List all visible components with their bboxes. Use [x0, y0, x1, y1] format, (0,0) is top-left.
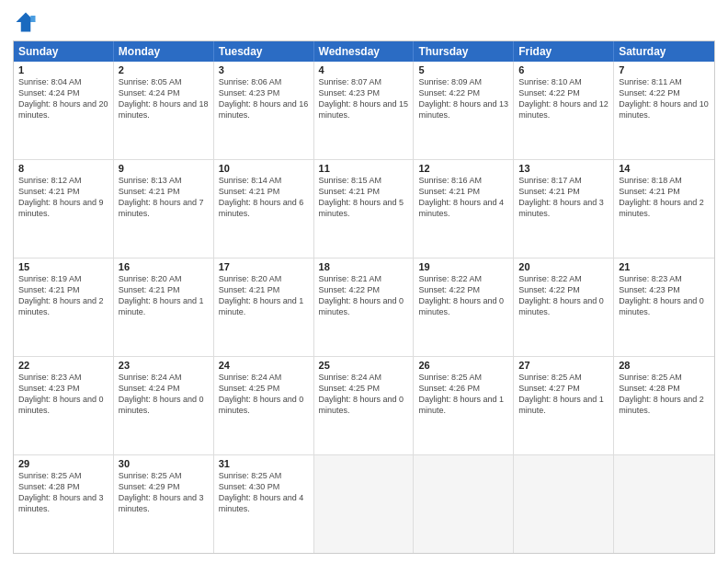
- day-number: 26: [418, 360, 508, 371]
- cell-info: Sunrise: 8:25 AMSunset: 4:26 PMDaylight:…: [418, 372, 508, 417]
- cell-info: Sunrise: 8:25 AMSunset: 4:29 PMDaylight:…: [119, 470, 209, 515]
- weekday-header-thursday: Thursday: [414, 41, 514, 62]
- cell-info: Sunrise: 8:22 AMSunset: 4:22 PMDaylight:…: [418, 273, 508, 318]
- cell-info: Sunrise: 8:09 AMSunset: 4:22 PMDaylight:…: [418, 76, 508, 121]
- day-cell-7: 7Sunrise: 8:11 AMSunset: 4:22 PMDaylight…: [614, 62, 714, 159]
- day-number: 7: [619, 64, 710, 75]
- cell-info: Sunrise: 8:20 AMSunset: 4:21 PMDaylight:…: [219, 273, 309, 318]
- day-cell-6: 6Sunrise: 8:10 AMSunset: 4:22 PMDaylight…: [514, 62, 614, 159]
- day-number: 9: [119, 163, 209, 174]
- day-number: 6: [518, 64, 609, 75]
- cell-info: Sunrise: 8:19 AMSunset: 4:21 PMDaylight:…: [18, 273, 108, 318]
- calendar-body: 1Sunrise: 8:04 AMSunset: 4:24 PMDaylight…: [14, 62, 714, 553]
- day-number: 30: [119, 458, 209, 469]
- calendar-row-4: 22Sunrise: 8:23 AMSunset: 4:23 PMDayligh…: [14, 356, 714, 454]
- cell-info: Sunrise: 8:24 AMSunset: 4:24 PMDaylight:…: [119, 372, 209, 417]
- day-number: 16: [119, 261, 209, 272]
- day-number: 13: [518, 163, 609, 174]
- calendar-row-1: 1Sunrise: 8:04 AMSunset: 4:24 PMDaylight…: [14, 62, 714, 159]
- calendar-row-2: 8Sunrise: 8:12 AMSunset: 4:21 PMDaylight…: [14, 159, 714, 258]
- calendar: SundayMondayTuesdayWednesdayThursdayFrid…: [13, 40, 715, 554]
- cell-info: Sunrise: 8:24 AMSunset: 4:25 PMDaylight:…: [219, 372, 309, 417]
- day-number: 19: [418, 261, 508, 272]
- day-number: 1: [18, 64, 108, 75]
- day-cell-11: 11Sunrise: 8:15 AMSunset: 4:21 PMDayligh…: [314, 160, 415, 258]
- day-cell-20: 20Sunrise: 8:22 AMSunset: 4:22 PMDayligh…: [514, 259, 614, 356]
- cell-info: Sunrise: 8:07 AMSunset: 4:23 PMDaylight:…: [319, 76, 409, 121]
- day-number: 23: [119, 360, 209, 371]
- empty-cell: [314, 455, 415, 553]
- day-number: 10: [219, 163, 309, 174]
- day-cell-19: 19Sunrise: 8:22 AMSunset: 4:22 PMDayligh…: [414, 259, 514, 356]
- cell-info: Sunrise: 8:25 AMSunset: 4:28 PMDaylight:…: [18, 470, 108, 515]
- day-cell-3: 3Sunrise: 8:06 AMSunset: 4:23 PMDaylight…: [214, 62, 314, 159]
- day-number: 20: [518, 261, 609, 272]
- cell-info: Sunrise: 8:05 AMSunset: 4:24 PMDaylight:…: [119, 76, 209, 121]
- calendar-row-5: 29Sunrise: 8:25 AMSunset: 4:28 PMDayligh…: [14, 454, 714, 553]
- day-cell-2: 2Sunrise: 8:05 AMSunset: 4:24 PMDaylight…: [114, 62, 214, 159]
- cell-info: Sunrise: 8:06 AMSunset: 4:23 PMDaylight:…: [219, 76, 309, 121]
- day-number: 14: [619, 163, 710, 174]
- cell-info: Sunrise: 8:24 AMSunset: 4:25 PMDaylight:…: [319, 372, 409, 417]
- day-cell-23: 23Sunrise: 8:24 AMSunset: 4:24 PMDayligh…: [114, 357, 214, 454]
- cell-info: Sunrise: 8:16 AMSunset: 4:21 PMDaylight:…: [418, 175, 508, 220]
- day-cell-13: 13Sunrise: 8:17 AMSunset: 4:21 PMDayligh…: [514, 160, 614, 258]
- day-number: 28: [619, 360, 710, 371]
- day-cell-15: 15Sunrise: 8:19 AMSunset: 4:21 PMDayligh…: [14, 259, 114, 356]
- day-cell-24: 24Sunrise: 8:24 AMSunset: 4:25 PMDayligh…: [214, 357, 314, 454]
- cell-info: Sunrise: 8:17 AMSunset: 4:21 PMDaylight:…: [518, 175, 609, 220]
- day-number: 2: [119, 64, 209, 75]
- day-number: 3: [219, 64, 309, 75]
- day-cell-25: 25Sunrise: 8:24 AMSunset: 4:25 PMDayligh…: [314, 357, 415, 454]
- day-cell-10: 10Sunrise: 8:14 AMSunset: 4:21 PMDayligh…: [214, 160, 314, 258]
- cell-info: Sunrise: 8:11 AMSunset: 4:22 PMDaylight:…: [619, 76, 710, 121]
- day-number: 29: [18, 458, 108, 469]
- day-number: 22: [18, 360, 108, 371]
- day-cell-30: 30Sunrise: 8:25 AMSunset: 4:29 PMDayligh…: [114, 455, 214, 553]
- logo: [13, 9, 42, 35]
- empty-cell: [614, 455, 714, 553]
- page: SundayMondayTuesdayWednesdayThursdayFrid…: [0, 0, 728, 563]
- day-cell-17: 17Sunrise: 8:20 AMSunset: 4:21 PMDayligh…: [214, 259, 314, 356]
- day-number: 5: [418, 64, 508, 75]
- header: [13, 9, 715, 35]
- day-number: 12: [418, 163, 508, 174]
- day-number: 18: [319, 261, 409, 272]
- calendar-header-row: SundayMondayTuesdayWednesdayThursdayFrid…: [14, 41, 714, 62]
- day-number: 17: [219, 261, 309, 272]
- day-number: 15: [18, 261, 108, 272]
- weekday-header-saturday: Saturday: [614, 41, 714, 62]
- day-cell-1: 1Sunrise: 8:04 AMSunset: 4:24 PMDaylight…: [14, 62, 114, 159]
- cell-info: Sunrise: 8:18 AMSunset: 4:21 PMDaylight:…: [619, 175, 710, 220]
- cell-info: Sunrise: 8:22 AMSunset: 4:22 PMDaylight:…: [518, 273, 609, 318]
- day-number: 31: [219, 458, 309, 469]
- cell-info: Sunrise: 8:23 AMSunset: 4:23 PMDaylight:…: [619, 273, 710, 318]
- day-number: 8: [18, 163, 108, 174]
- empty-cell: [514, 455, 614, 553]
- day-cell-8: 8Sunrise: 8:12 AMSunset: 4:21 PMDaylight…: [14, 160, 114, 258]
- day-cell-27: 27Sunrise: 8:25 AMSunset: 4:27 PMDayligh…: [514, 357, 614, 454]
- day-cell-14: 14Sunrise: 8:18 AMSunset: 4:21 PMDayligh…: [614, 160, 714, 258]
- day-cell-29: 29Sunrise: 8:25 AMSunset: 4:28 PMDayligh…: [14, 455, 114, 553]
- cell-info: Sunrise: 8:15 AMSunset: 4:21 PMDaylight:…: [319, 175, 409, 220]
- cell-info: Sunrise: 8:25 AMSunset: 4:27 PMDaylight:…: [518, 372, 609, 417]
- day-number: 24: [219, 360, 309, 371]
- day-cell-28: 28Sunrise: 8:25 AMSunset: 4:28 PMDayligh…: [614, 357, 714, 454]
- cell-info: Sunrise: 8:25 AMSunset: 4:30 PMDaylight:…: [219, 470, 309, 515]
- weekday-header-friday: Friday: [514, 41, 614, 62]
- day-cell-18: 18Sunrise: 8:21 AMSunset: 4:22 PMDayligh…: [314, 259, 415, 356]
- day-cell-21: 21Sunrise: 8:23 AMSunset: 4:23 PMDayligh…: [614, 259, 714, 356]
- cell-info: Sunrise: 8:21 AMSunset: 4:22 PMDaylight:…: [319, 273, 409, 318]
- cell-info: Sunrise: 8:23 AMSunset: 4:23 PMDaylight:…: [18, 372, 108, 417]
- cell-info: Sunrise: 8:14 AMSunset: 4:21 PMDaylight:…: [219, 175, 309, 220]
- svg-marker-1: [30, 16, 35, 22]
- cell-info: Sunrise: 8:10 AMSunset: 4:22 PMDaylight:…: [518, 76, 609, 121]
- cell-info: Sunrise: 8:25 AMSunset: 4:28 PMDaylight:…: [619, 372, 710, 417]
- cell-info: Sunrise: 8:20 AMSunset: 4:21 PMDaylight:…: [119, 273, 209, 318]
- cell-info: Sunrise: 8:13 AMSunset: 4:21 PMDaylight:…: [119, 175, 209, 220]
- day-number: 4: [319, 64, 409, 75]
- weekday-header-tuesday: Tuesday: [214, 41, 314, 62]
- cell-info: Sunrise: 8:12 AMSunset: 4:21 PMDaylight:…: [18, 175, 108, 220]
- day-number: 25: [319, 360, 409, 371]
- day-cell-5: 5Sunrise: 8:09 AMSunset: 4:22 PMDaylight…: [414, 62, 514, 159]
